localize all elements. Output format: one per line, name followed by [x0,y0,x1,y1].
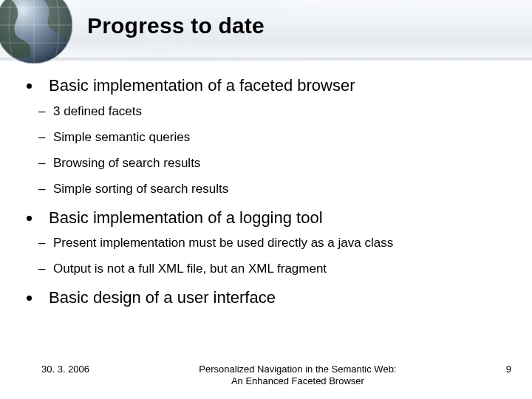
bullet-2-sub-2: Output is not a full XML file, but an XM… [53,261,514,276]
header-underline [0,58,532,62]
slide-body: Basic implementation of a faceted browse… [22,75,514,313]
bullet-2-text: Basic implementation of a logging tool [49,208,323,227]
bullet-1-sub-3: Browsing of search results [53,155,514,171]
bullet-2: Basic implementation of a logging tool P… [25,208,514,277]
bullet-1-text: Basic implementation of a faceted browse… [49,76,355,95]
bullet-1-sub-2: Simple semantic queries [53,129,514,145]
slide-title: Progress to date [87,13,265,38]
header-band [0,0,532,58]
bullet-3-text: Basic design of a user interface [49,288,276,307]
footer-title: Personalized Navigation in the Semantic … [89,364,506,388]
footer: 30. 3. 2006 Personalized Navigation in t… [0,364,532,388]
footer-date: 30. 3. 2006 [41,364,89,375]
bullet-1: Basic implementation of a faceted browse… [25,75,514,197]
globe-icon [0,0,72,64]
bullet-3: Basic design of a user interface [25,287,514,308]
bullet-2-sub-1: Present implementation must be used dire… [53,235,514,250]
footer-page-number: 9 [506,364,511,375]
footer-title-line1: Personalized Navigation in the Semantic … [199,364,396,375]
bullet-1-sub-4: Simple sorting of search results [53,181,514,197]
bullet-1-sub-1: 3 defined facets [53,103,514,119]
footer-title-line2: An Enhanced Faceted Browser [231,375,364,386]
